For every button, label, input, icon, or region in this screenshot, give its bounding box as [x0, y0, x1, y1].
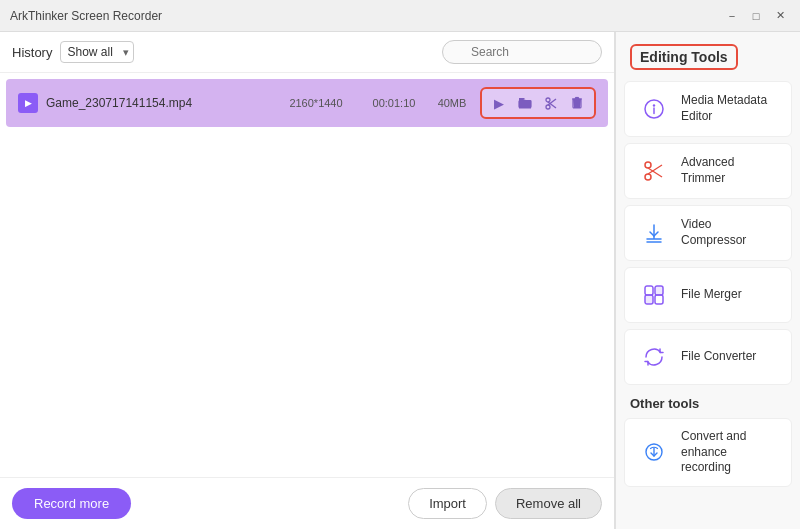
tool-item-media-metadata[interactable]: Media MetadataEditor [624, 81, 792, 137]
svg-point-2 [546, 98, 550, 102]
play-button[interactable]: ▶ [488, 92, 510, 114]
open-folder-button[interactable] [514, 92, 536, 114]
file-list: ▶ Game_230717141154.mp4 2160*1440 00:01:… [0, 73, 614, 477]
svg-point-13 [653, 104, 655, 106]
minimize-button[interactable]: − [722, 6, 742, 26]
other-tools-label: Other tools [616, 388, 800, 415]
tool-item-advanced-trimmer[interactable]: AdvancedTrimmer [624, 143, 792, 199]
file-name: Game_230717141154.mp4 [46, 96, 268, 110]
svg-rect-23 [645, 286, 653, 295]
video-compressor-label: VideoCompressor [681, 217, 746, 248]
history-label: History [12, 45, 52, 60]
maximize-button[interactable]: □ [746, 6, 766, 26]
file-resolution: 2160*1440 [276, 97, 356, 109]
trim-button[interactable] [540, 92, 562, 114]
show-all-select[interactable]: Show all [60, 41, 134, 63]
right-panel: Editing Tools Media MetadataEditor [615, 32, 800, 529]
remove-all-button[interactable]: Remove all [495, 488, 602, 519]
svg-point-1 [546, 105, 550, 109]
advanced-trimmer-label: AdvancedTrimmer [681, 155, 734, 186]
search-input[interactable] [442, 40, 602, 64]
record-more-button[interactable]: Record more [12, 488, 131, 519]
file-merger-label: File Merger [681, 287, 742, 303]
video-compressor-icon [637, 216, 671, 250]
toolbar-row: History Show all 🔍 [0, 32, 614, 73]
media-metadata-icon [637, 92, 671, 126]
tool-item-video-compressor[interactable]: VideoCompressor [624, 205, 792, 261]
file-action-buttons: ▶ [480, 87, 596, 119]
editing-tools-header: Editing Tools [616, 32, 800, 78]
svg-point-15 [645, 174, 651, 180]
search-wrapper: 🔍 [442, 40, 602, 64]
file-converter-icon [637, 340, 671, 374]
file-merger-icon [637, 278, 671, 312]
tool-item-convert-enhance[interactable]: Convert andenhance recording [624, 418, 792, 487]
media-metadata-label: Media MetadataEditor [681, 93, 767, 124]
title-bar: ArkThinker Screen Recorder − □ ✕ [0, 0, 800, 32]
app-title: ArkThinker Screen Recorder [10, 9, 722, 23]
show-all-wrapper[interactable]: Show all [60, 41, 134, 63]
file-size: 40MB [432, 97, 472, 109]
advanced-trimmer-icon [637, 154, 671, 188]
svg-rect-26 [645, 295, 653, 304]
delete-button[interactable] [566, 92, 588, 114]
file-duration: 00:01:10 [364, 97, 424, 109]
close-button[interactable]: ✕ [770, 6, 790, 26]
tool-item-file-merger[interactable]: File Merger [624, 267, 792, 323]
table-row[interactable]: ▶ Game_230717141154.mp4 2160*1440 00:01:… [6, 79, 608, 127]
bottom-bar: Record more Import Remove all [0, 477, 614, 529]
svg-rect-25 [655, 286, 663, 295]
tool-item-file-converter[interactable]: File Converter [624, 329, 792, 385]
editing-tools-label: Editing Tools [630, 44, 738, 70]
svg-rect-24 [655, 295, 663, 304]
import-button[interactable]: Import [408, 488, 487, 519]
app-body: History Show all 🔍 ▶ Game_230717141154.m… [0, 32, 800, 529]
file-type-icon: ▶ [18, 93, 38, 113]
svg-point-16 [645, 162, 651, 168]
convert-enhance-label: Convert andenhance recording [681, 429, 779, 476]
left-panel: History Show all 🔍 ▶ Game_230717141154.m… [0, 32, 615, 529]
file-converter-label: File Converter [681, 349, 756, 365]
window-controls: − □ ✕ [722, 6, 790, 26]
convert-enhance-icon [637, 435, 671, 469]
